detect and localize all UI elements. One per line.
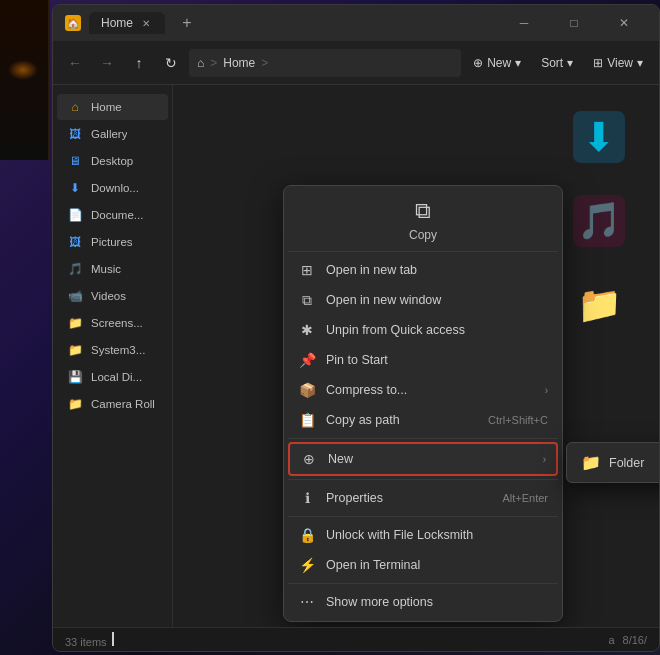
item-count-text: 33 items [65, 636, 107, 648]
sort-button[interactable]: Sort ▾ [533, 49, 581, 77]
gallery-icon: 🖼 [67, 126, 83, 142]
sidebar-item-camera[interactable]: 📁 Camera Roll [57, 391, 168, 417]
open-new-window-icon: ⧉ [298, 291, 316, 309]
context-menu-properties[interactable]: ℹ Properties Alt+Enter [288, 483, 558, 513]
sidebar-item-documents[interactable]: 📄 Docume... [57, 202, 168, 228]
sidebar-item-desktop[interactable]: 🖥 Desktop [57, 148, 168, 174]
open-new-tab-icon: ⊞ [298, 261, 316, 279]
new-menu-arrow: › [543, 454, 546, 465]
view-button[interactable]: ⊞ View ▾ [585, 49, 651, 77]
sidebar-item-system3[interactable]: 📁 System3... [57, 337, 168, 363]
up-button[interactable]: ↑ [125, 49, 153, 77]
context-menu-open-new-tab[interactable]: ⊞ Open in new tab [288, 255, 558, 285]
sidebar-item-screenshots[interactable]: 📁 Screens... [57, 310, 168, 336]
context-menu-open-new-window[interactable]: ⧉ Open in new window [288, 285, 558, 315]
tab-close-button[interactable]: ✕ [139, 16, 153, 30]
context-menu-more-options[interactable]: ⋯ Show more options [288, 587, 558, 617]
compress-arrow: › [545, 385, 548, 396]
unpin-icon: ✱ [298, 321, 316, 339]
sidebar-item-local[interactable]: 💾 Local Di... [57, 364, 168, 390]
sort-chevron: ▾ [567, 56, 573, 70]
context-menu-divider-2 [288, 438, 558, 439]
forward-button[interactable]: → [93, 49, 121, 77]
submenu-folder-label: Folder [609, 456, 644, 470]
new-menu-icon: ⊕ [300, 450, 318, 468]
pin-start-label: Pin to Start [326, 353, 548, 367]
bottom-bar: 33 items a 8/16/ [53, 627, 659, 651]
new-menu-label: New [328, 452, 533, 466]
sidebar-music-label: Music [91, 263, 121, 275]
pictures-icon: 🖼 [67, 234, 83, 250]
compress-label: Compress to... [326, 383, 535, 397]
sidebar-documents-label: Docume... [91, 209, 143, 221]
open-new-window-label: Open in new window [326, 293, 548, 307]
home-icon: ⌂ [197, 56, 204, 70]
sidebar-item-music[interactable]: 🎵 Music [57, 256, 168, 282]
new-tab-button[interactable]: + [173, 9, 201, 37]
tab-title: Home [101, 16, 133, 30]
file-item-music[interactable]: 🎵 [559, 189, 639, 253]
context-menu-compress[interactable]: 📦 Compress to... › [288, 375, 558, 405]
unpin-label: Unpin from Quick access [326, 323, 548, 337]
sidebar: ⌂ Home 🖼 Gallery 🖥 Desktop ⬇ Downlo... 📄… [53, 85, 173, 627]
close-button[interactable]: ✕ [601, 5, 647, 41]
sidebar-desktop-label: Desktop [91, 155, 133, 167]
download-file-icon: ⬇ [573, 111, 625, 163]
sidebar-downloads-label: Downlo... [91, 182, 139, 194]
sidebar-videos-label: Videos [91, 290, 126, 302]
music-file-icon: 🎵 [573, 195, 625, 247]
main-content: ⌂ Home 🖼 Gallery 🖥 Desktop ⬇ Downlo... 📄… [53, 85, 659, 627]
context-menu-copy-path[interactable]: 📋 Copy as path Ctrl+Shift+C [288, 405, 558, 435]
context-menu-unpin[interactable]: ✱ Unpin from Quick access [288, 315, 558, 345]
sidebar-item-downloads[interactable]: ⬇ Downlo... [57, 175, 168, 201]
context-menu-copy-section: ⧉ Copy [288, 190, 558, 248]
file-item-folder[interactable]: 📁 [559, 273, 639, 337]
properties-icon: ℹ [298, 489, 316, 507]
file-item-download[interactable]: ⬇ [559, 105, 639, 169]
local-icon: 💾 [67, 369, 83, 385]
context-menu-terminal[interactable]: ⚡ Open in Terminal [288, 550, 558, 580]
screenshots-icon: 📁 [67, 315, 83, 331]
music-icon: 🎵 [67, 261, 83, 277]
context-menu-pin-start[interactable]: 📌 Pin to Start [288, 345, 558, 375]
context-menu-unlock[interactable]: 🔒 Unlock with File Locksmith [288, 520, 558, 550]
date-label: 8/16/ [623, 634, 647, 646]
submenu-new: 📁 Folder [566, 442, 659, 483]
sidebar-item-home[interactable]: ⌂ Home [57, 94, 168, 120]
toolbar-actions: ⊕ New ▾ Sort ▾ ⊞ View ▾ [465, 49, 651, 77]
copy-path-icon: 📋 [298, 411, 316, 429]
home-sidebar-icon: ⌂ [67, 99, 83, 115]
maximize-button[interactable]: □ [551, 5, 597, 41]
more-options-icon: ⋯ [298, 593, 316, 611]
address-bar[interactable]: ⌂ > Home > [189, 49, 461, 77]
context-menu-divider-5 [288, 583, 558, 584]
refresh-button[interactable]: ↻ [157, 49, 185, 77]
file-area[interactable]: ⬇ 🎵 📁 show them here. ⧉ Copy [173, 85, 659, 627]
explorer-window: 🏠 Home ✕ + ─ □ ✕ ← → ↑ ↻ ⌂ > Home > ⊕ Ne… [52, 4, 660, 652]
window-tab[interactable]: Home ✕ [89, 12, 165, 34]
view-label: View [607, 56, 633, 70]
videos-icon: 📹 [67, 288, 83, 304]
more-options-label: Show more options [326, 595, 548, 609]
unlock-label: Unlock with File Locksmith [326, 528, 548, 542]
desktop-icon: 🖥 [67, 153, 83, 169]
new-button[interactable]: ⊕ New ▾ [465, 49, 529, 77]
folder-file-icon: 📁 [573, 279, 625, 331]
sidebar-local-label: Local Di... [91, 371, 142, 383]
sidebar-item-videos[interactable]: 📹 Videos [57, 283, 168, 309]
bg-lamp-light [8, 60, 38, 80]
sidebar-item-pictures[interactable]: 🖼 Pictures [57, 229, 168, 255]
submenu-item-folder[interactable]: 📁 Folder [571, 447, 659, 478]
minimize-button[interactable]: ─ [501, 5, 547, 41]
context-menu-new[interactable]: ⊕ New › 📁 Folder [288, 442, 558, 476]
properties-label: Properties [326, 491, 492, 505]
context-menu-divider-1 [288, 251, 558, 252]
properties-shortcut: Alt+Enter [502, 492, 548, 504]
sidebar-gallery-label: Gallery [91, 128, 127, 140]
back-button[interactable]: ← [61, 49, 89, 77]
compress-icon: 📦 [298, 381, 316, 399]
context-menu: ⧉ Copy ⊞ Open in new tab ⧉ Open in new w… [283, 185, 563, 622]
camera-icon: 📁 [67, 396, 83, 412]
sidebar-item-gallery[interactable]: 🖼 Gallery [57, 121, 168, 147]
window-icon: 🏠 [65, 15, 81, 31]
